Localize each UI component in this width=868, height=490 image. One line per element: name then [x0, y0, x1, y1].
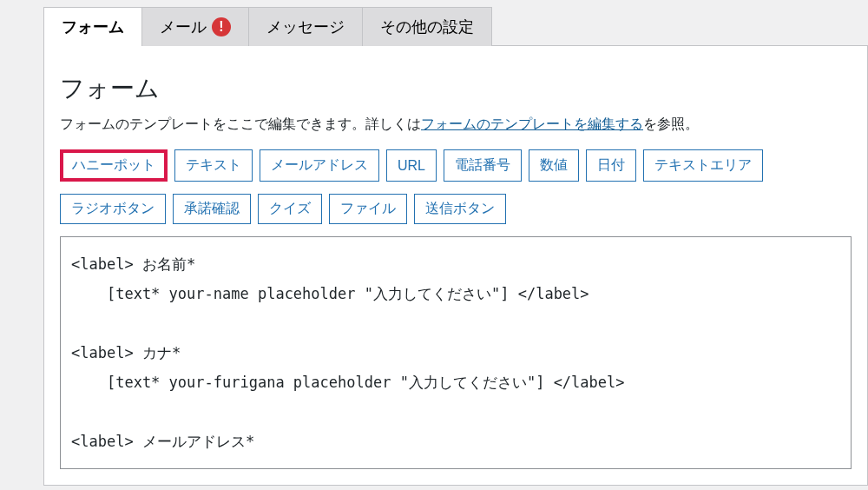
- tag-button-quiz[interactable]: クイズ: [258, 194, 322, 224]
- tab-bar: フォーム メール ! メッセージ その他の設定: [43, 7, 868, 46]
- desc-text-prefix: フォームのテンプレートをここで編集できます。詳しくは: [60, 116, 421, 131]
- tag-button-url[interactable]: URL: [386, 149, 437, 182]
- form-template-editor[interactable]: <label> お名前* [text* your-name placeholde…: [60, 236, 852, 469]
- tag-button-tel[interactable]: 電話番号: [444, 149, 522, 182]
- tab-form[interactable]: フォーム: [43, 7, 142, 46]
- tab-label: その他の設定: [380, 17, 474, 37]
- tag-button-textarea[interactable]: テキストエリア: [643, 149, 763, 182]
- tab-messages[interactable]: メッセージ: [248, 7, 363, 46]
- alert-icon: !: [212, 17, 231, 36]
- tag-buttons-row-2: ラジオボタン 承諾確認 クイズ ファイル 送信ボタン: [60, 194, 852, 224]
- tag-button-submit[interactable]: 送信ボタン: [414, 194, 506, 224]
- tag-buttons-row-1: ハニーポット テキスト メールアドレス URL 電話番号 数値 日付 テキストエ…: [60, 149, 852, 182]
- tag-button-date[interactable]: 日付: [586, 149, 636, 182]
- tag-button-email[interactable]: メールアドレス: [260, 149, 379, 182]
- tag-button-honeypot[interactable]: ハニーポット: [60, 149, 168, 182]
- tab-label: フォーム: [62, 17, 124, 37]
- tag-button-radio[interactable]: ラジオボタン: [60, 194, 166, 224]
- tab-label: メッセージ: [266, 17, 345, 37]
- tab-mail[interactable]: メール !: [141, 7, 249, 46]
- desc-link[interactable]: フォームのテンプレートを編集する: [421, 116, 643, 131]
- tag-button-text[interactable]: テキスト: [174, 149, 253, 182]
- tag-button-acceptance[interactable]: 承諾確認: [173, 194, 251, 224]
- section-description: フォームのテンプレートをここで編集できます。詳しくはフォームのテンプレートを編集…: [60, 116, 852, 134]
- tag-button-file[interactable]: ファイル: [329, 194, 407, 224]
- desc-text-suffix: を参照。: [643, 116, 699, 131]
- tab-other-settings[interactable]: その他の設定: [362, 7, 492, 46]
- tag-button-number[interactable]: 数値: [529, 149, 579, 182]
- section-title: フォーム: [60, 72, 852, 105]
- form-panel: フォーム フォームのテンプレートをここで編集できます。詳しくはフォームのテンプレ…: [43, 45, 868, 486]
- tab-label: メール: [160, 17, 207, 37]
